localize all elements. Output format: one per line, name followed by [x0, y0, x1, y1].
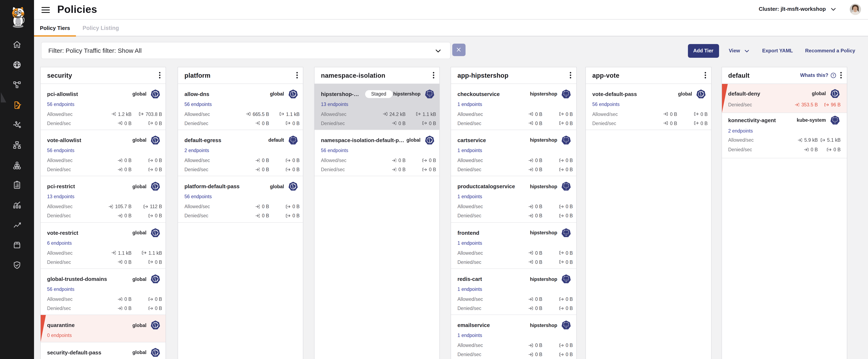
svg-text:ns: ns [565, 95, 567, 97]
svg-text:?: ? [832, 73, 834, 77]
svg-text:ns: ns [565, 188, 567, 190]
svg-text:ns: ns [292, 142, 294, 143]
svg-text:ns: ns [565, 234, 567, 236]
svg-text:ns: ns [565, 142, 567, 143]
svg-text:ns: ns [834, 122, 836, 123]
svg-text:ns: ns [565, 280, 567, 282]
svg-text:ns: ns [565, 327, 567, 329]
svg-text:ns: ns [429, 95, 430, 97]
